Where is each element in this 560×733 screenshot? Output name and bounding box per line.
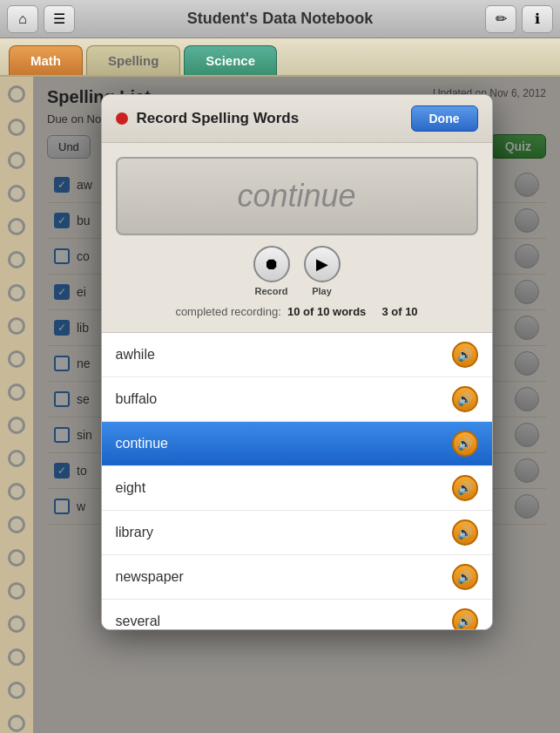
word-text: continue	[116, 436, 169, 451]
completion-status: completed recording: 10 of 10 words 3 of…	[116, 305, 478, 318]
home-button[interactable]: ⌂	[7, 5, 38, 33]
spiral-ring	[8, 350, 25, 368]
modal-title: Record Spelling Words	[137, 110, 300, 127]
spiral-ring	[8, 284, 25, 302]
modal-header: Record Spelling Words Done	[102, 95, 492, 143]
word-item-eight[interactable]: eight 🔊	[102, 466, 492, 511]
word-item-library[interactable]: library 🔊	[102, 511, 492, 555]
tab-science-label: Science	[206, 53, 255, 68]
play-button[interactable]: ▶	[304, 246, 341, 282]
spiral-ring	[8, 715, 25, 732]
spiral-binding	[0, 77, 33, 733]
tab-math[interactable]: Math	[9, 45, 83, 75]
tab-spelling-label: Spelling	[108, 53, 159, 68]
spiral-ring	[8, 483, 25, 500]
word-item-buffalo[interactable]: buffalo 🔊	[102, 377, 492, 422]
title-bar-right-buttons: ✏ ℹ	[485, 5, 553, 33]
modal-overlay: Record Spelling Words Done continue ⏺	[33, 77, 560, 733]
edit-icon: ✏	[496, 10, 507, 27]
sound-icon[interactable]: 🔊	[452, 386, 478, 412]
waveform-display: continue	[116, 157, 478, 235]
spiral-ring	[8, 152, 25, 169]
page-content: Spelling List Updated on Nov 6, 2012 Due…	[33, 77, 560, 733]
record-spelling-modal: Record Spelling Words Done continue ⏺	[101, 94, 493, 630]
title-bar-left-buttons: ⌂ ☰	[7, 5, 75, 33]
completed-count: 10 of 10 words	[287, 305, 366, 318]
spiral-ring	[8, 383, 25, 401]
spiral-ring	[8, 582, 25, 600]
spiral-ring	[8, 218, 25, 235]
sound-icon[interactable]: 🔊	[452, 519, 478, 546]
tab-spelling[interactable]: Spelling	[86, 45, 180, 75]
spiral-ring	[8, 648, 25, 666]
spiral-ring	[8, 516, 25, 533]
title-bar: ⌂ ☰ Student's Data Notebook ✏ ℹ	[0, 0, 560, 38]
word-text: eight	[116, 480, 146, 496]
spiral-ring	[8, 549, 25, 567]
sound-icon[interactable]: 🔊	[452, 431, 478, 457]
word-text: buffalo	[116, 391, 158, 407]
sound-icon[interactable]: 🔊	[452, 475, 478, 501]
sound-icon[interactable]: 🔊	[452, 564, 478, 590]
main-content: Spelling List Updated on Nov 6, 2012 Due…	[0, 77, 560, 733]
word-item-several[interactable]: several 🔊	[102, 600, 492, 629]
word-text: newspaper	[116, 569, 184, 585]
done-button[interactable]: Done	[411, 105, 478, 132]
spiral-ring	[8, 85, 25, 103]
sound-icon[interactable]: 🔊	[452, 608, 478, 629]
tabs-bar: Math Spelling Science	[0, 38, 560, 77]
edit-button[interactable]: ✏	[485, 5, 516, 33]
recording-indicator	[116, 112, 128, 125]
word-list: awhile 🔊 buffalo 🔊 continue 🔊 eight 🔊	[102, 333, 492, 629]
playback-controls: ⏺ Record ▶ Play	[116, 246, 478, 296]
record-label: Record	[255, 286, 288, 296]
spiral-ring	[8, 251, 25, 268]
recording-area: continue ⏺ Record ▶	[102, 143, 492, 333]
play-icon: ▶	[316, 255, 328, 274]
play-control[interactable]: ▶ Play	[304, 246, 341, 296]
position-count: 3 of 10	[381, 305, 417, 318]
tab-science[interactable]: Science	[184, 45, 277, 75]
record-button[interactable]: ⏺	[253, 246, 290, 282]
tab-math-label: Math	[30, 53, 61, 68]
play-label: Play	[312, 286, 332, 296]
record-icon: ⏺	[264, 255, 280, 274]
word-text: library	[116, 525, 154, 540]
modal-title-area: Record Spelling Words	[116, 110, 300, 127]
info-icon: ℹ	[535, 10, 540, 27]
list-button[interactable]: ☰	[44, 5, 75, 33]
home-icon: ⌂	[18, 11, 27, 27]
spiral-ring	[8, 682, 25, 699]
word-text: awhile	[116, 347, 155, 363]
word-item-continue[interactable]: continue 🔊	[102, 422, 492, 466]
spiral-ring	[8, 185, 25, 202]
spiral-ring	[8, 417, 25, 434]
completed-label: completed recording:	[175, 305, 280, 318]
spiral-ring	[8, 450, 25, 467]
list-icon: ☰	[53, 10, 65, 27]
spiral-ring	[8, 615, 25, 633]
current-word-display: continue	[237, 178, 355, 214]
word-text: several	[116, 614, 161, 629]
word-item-awhile[interactable]: awhile 🔊	[102, 333, 492, 377]
spiral-ring	[8, 317, 25, 335]
spiral-ring	[8, 119, 25, 136]
info-button[interactable]: ℹ	[522, 5, 553, 33]
app-title: Student's Data Notebook	[75, 10, 485, 28]
word-item-newspaper[interactable]: newspaper 🔊	[102, 555, 492, 600]
sound-icon[interactable]: 🔊	[452, 342, 478, 368]
record-control[interactable]: ⏺ Record	[253, 246, 290, 296]
